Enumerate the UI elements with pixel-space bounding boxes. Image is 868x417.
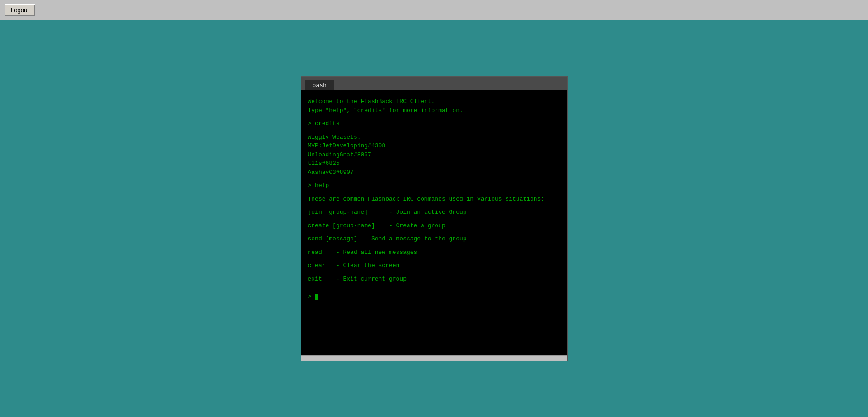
terminal-line: clear - Clear the screen xyxy=(308,261,560,270)
terminal-line: > credits xyxy=(308,119,560,128)
terminal-spacer xyxy=(308,270,560,275)
terminal-spacer xyxy=(308,177,560,181)
terminal-spacer xyxy=(308,257,560,261)
terminal-prompt: > xyxy=(308,292,560,301)
terminal-spacer xyxy=(308,115,560,119)
terminal-line: UnloadingGnat#8067 xyxy=(308,150,560,159)
terminal-spacer xyxy=(308,217,560,221)
terminal-line: create [group-name] - Create a group xyxy=(308,221,560,230)
terminal-spacer xyxy=(308,128,560,133)
terminal-tabs: bash xyxy=(301,77,567,90)
terminal-spacer xyxy=(308,190,560,195)
top-bar: Logout xyxy=(0,0,868,20)
logout-button[interactable]: Logout xyxy=(5,4,35,16)
terminal-body[interactable]: Welcome to the FlashBack IRC Client.Type… xyxy=(301,90,567,355)
terminal-window: bash Welcome to the FlashBack IRC Client… xyxy=(301,76,568,361)
terminal-line: Wiggly Weasels: xyxy=(308,133,560,142)
terminal-line: Welcome to the FlashBack IRC Client. xyxy=(308,97,560,106)
terminal-line: Aashay03#8907 xyxy=(308,168,560,177)
terminal-line: join [group-name] - Join an active Group xyxy=(308,208,560,217)
main-content: bash Welcome to the FlashBack IRC Client… xyxy=(0,20,868,417)
terminal-tab-bash[interactable]: bash xyxy=(305,80,334,90)
terminal-line: read - Read all new messages xyxy=(308,248,560,257)
terminal-line: These are common Flashback IRC commands … xyxy=(308,195,560,204)
terminal-spacer xyxy=(308,283,560,288)
terminal-line: MVP:JetDeveloping#4308 xyxy=(308,141,560,150)
terminal-line: send [message] - Send a message to the g… xyxy=(308,234,560,244)
terminal-line: exit - Exit current group xyxy=(308,275,560,284)
terminal-spacer xyxy=(308,203,560,208)
terminal-spacer xyxy=(308,244,560,248)
terminal-cursor xyxy=(315,294,318,300)
terminal-line: > help xyxy=(308,181,560,190)
terminal-footer xyxy=(301,355,567,361)
terminal-spacer xyxy=(308,288,560,292)
terminal-line: Type "help", "credits" for more informat… xyxy=(308,106,560,115)
terminal-line: t11s#6825 xyxy=(308,159,560,168)
terminal-spacer xyxy=(308,230,560,234)
